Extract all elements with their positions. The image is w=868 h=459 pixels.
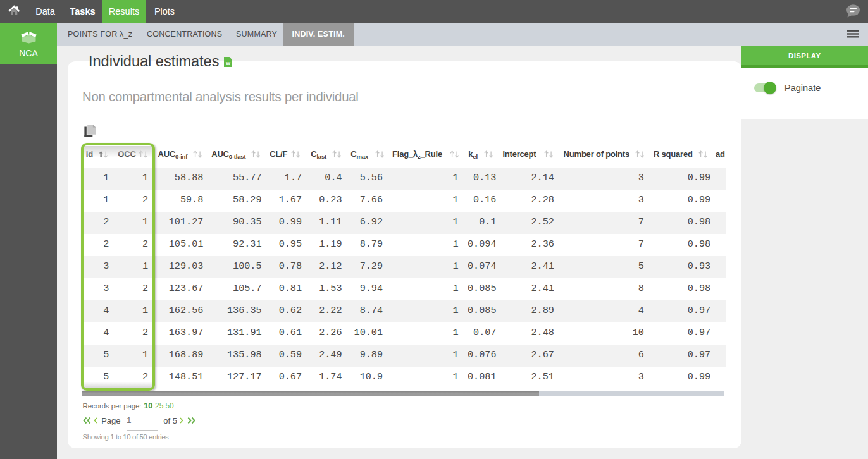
svg-text:w: w (225, 60, 230, 66)
